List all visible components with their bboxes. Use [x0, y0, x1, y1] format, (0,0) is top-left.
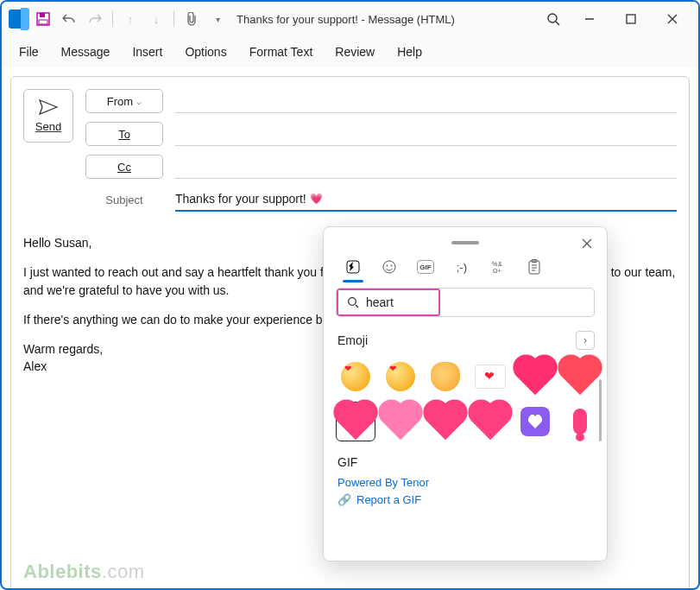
menu-help[interactable]: Help: [394, 41, 426, 62]
window-title: Thanks for your support! - Message (HTML…: [236, 13, 455, 26]
emoji-love-letter[interactable]: [470, 357, 510, 397]
from-button[interactable]: From ⌵: [85, 89, 163, 113]
subject-value: Thanks for your support!: [175, 192, 306, 206]
clipboard-icon: [527, 259, 541, 275]
scrollbar[interactable]: [599, 379, 602, 441]
chevron-down-icon: ⌵: [136, 97, 142, 106]
kaomoji-icon: ;-): [457, 261, 467, 274]
emoji-picker-panel: GIF ;-) %&Ω+ heart Emoji › GIF Powered: [323, 226, 608, 561]
subject-label: Subject: [85, 187, 163, 212]
tab-smileys[interactable]: [375, 255, 403, 279]
menu-bar: File Message Insert Options Format Text …: [2, 36, 698, 67]
arrow-down-icon[interactable]: ↓: [146, 9, 167, 29]
report-gif-link[interactable]: Report a GIF: [356, 492, 421, 509]
arrow-up-icon[interactable]: ↑: [120, 9, 141, 29]
svg-point-3: [548, 14, 557, 22]
menu-message[interactable]: Message: [58, 41, 114, 62]
quick-access-toolbar: ↑ ↓ ▾: [33, 9, 228, 29]
emoji-growing-heart[interactable]: [381, 402, 420, 441]
search-icon: [347, 296, 359, 308]
symbols-icon: %&Ω+: [490, 259, 506, 275]
separator: [112, 11, 113, 27]
section-gif-label: GIF: [337, 455, 595, 469]
svg-rect-4: [627, 15, 635, 23]
svg-point-7: [387, 265, 388, 267]
menu-format-text[interactable]: Format Text: [246, 41, 317, 62]
watermark-suffix: .com: [102, 561, 145, 582]
tab-symbols[interactable]: %&Ω+: [484, 255, 512, 279]
emoji-heart-eyes[interactable]: [381, 357, 420, 397]
emoji-heart-exclamation[interactable]: [560, 402, 600, 441]
cc-button[interactable]: Cc: [85, 155, 163, 179]
to-field[interactable]: [175, 122, 677, 146]
section-emoji-header: Emoji ›: [337, 331, 595, 350]
tab-gif[interactable]: GIF: [412, 255, 439, 279]
to-label: To: [118, 128, 130, 141]
svg-point-14: [349, 298, 356, 306]
menu-insert[interactable]: Insert: [129, 41, 166, 62]
emoji-heart-decoration[interactable]: [515, 402, 555, 441]
emoji-search-value: heart: [366, 295, 394, 309]
tab-recent[interactable]: [339, 255, 367, 279]
link-icon: 🔗: [337, 492, 351, 509]
smiley-icon: [382, 259, 397, 275]
subject-field[interactable]: Thanks for your support! 💗: [175, 187, 677, 212]
section-emoji-label: Emoji: [337, 333, 368, 347]
svg-text:%: %: [492, 261, 497, 267]
tab-clipboard[interactable]: [520, 255, 548, 279]
undo-icon[interactable]: [59, 9, 79, 29]
emoji-heart-with-ribbon[interactable]: [560, 357, 600, 397]
cc-label: Cc: [117, 161, 131, 174]
cc-field[interactable]: [175, 155, 677, 179]
send-label: Send: [35, 120, 61, 133]
window-controls: [571, 6, 691, 32]
menu-review[interactable]: Review: [331, 41, 378, 62]
send-icon: [39, 99, 58, 115]
watermark: Ablebits.com: [23, 561, 144, 583]
redo-icon[interactable]: [85, 9, 105, 29]
tab-kaomoji[interactable]: ;-): [448, 255, 476, 279]
svg-text:&: &: [498, 261, 502, 267]
emoji-sparkling-heart[interactable]: [336, 402, 375, 441]
title-bar: ↑ ↓ ▾ Thanks for your support! - Message…: [2, 2, 698, 36]
menu-file[interactable]: File: [16, 41, 42, 62]
drag-handle[interactable]: [451, 241, 479, 244]
expand-emoji-section[interactable]: ›: [576, 331, 595, 350]
emoji-smiling-face-with-hearts[interactable]: [336, 357, 375, 397]
field-values-column: Thanks for your support! 💗: [175, 89, 677, 212]
outlook-app-icon: [9, 10, 28, 29]
powered-by-tenor-link[interactable]: Powered By Tenor: [337, 474, 429, 492]
emoji-heart-with-arrow[interactable]: [515, 357, 555, 397]
svg-rect-2: [39, 20, 47, 24]
emoji-revolving-hearts[interactable]: [470, 402, 510, 441]
svg-point-8: [391, 265, 393, 267]
svg-text:Ω+: Ω+: [493, 268, 501, 274]
svg-point-6: [383, 261, 395, 273]
from-label: From: [107, 95, 133, 108]
qat-dropdown-icon[interactable]: ▾: [207, 9, 228, 29]
emoji-grid: [336, 357, 595, 441]
emoji-heart-eyes-cat[interactable]: [426, 357, 465, 397]
gif-icon: GIF: [417, 260, 434, 274]
search-icon[interactable]: [536, 6, 571, 32]
attachment-icon[interactable]: [181, 9, 202, 29]
recent-icon: [345, 259, 361, 275]
svg-rect-1: [40, 13, 45, 17]
save-icon[interactable]: [33, 9, 54, 29]
close-button[interactable]: [653, 6, 691, 32]
minimize-button[interactable]: [571, 6, 609, 32]
emoji-category-tabs: GIF ;-) %&Ω+: [336, 255, 595, 279]
send-button[interactable]: Send: [23, 89, 73, 143]
compose-header: Send From ⌵ To Cc Subject Thanks for you…: [23, 89, 677, 212]
watermark-brand: Ablebits: [23, 561, 102, 582]
maximize-button[interactable]: [612, 6, 650, 32]
sparkling-heart-emoji-icon: 💗: [310, 193, 323, 205]
field-buttons-column: From ⌵ To Cc Subject: [85, 89, 163, 212]
emoji-search-input[interactable]: heart: [337, 289, 440, 316]
emoji-beating-heart[interactable]: [426, 402, 465, 441]
menu-options[interactable]: Options: [181, 41, 230, 62]
emoji-search-row: heart: [336, 288, 595, 317]
from-field[interactable]: [175, 89, 677, 113]
to-button[interactable]: To: [85, 122, 163, 146]
close-icon[interactable]: [577, 234, 596, 253]
